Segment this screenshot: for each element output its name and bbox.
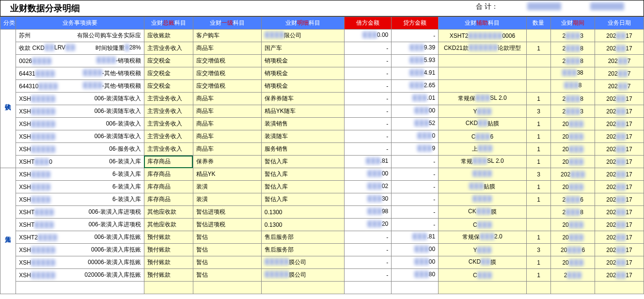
table-row[interactable]: XSH006-装潢收入主营业务收入商品车装潢销售-52CKD贴膜12020217 xyxy=(0,118,644,130)
cell[interactable]: 20217 xyxy=(595,30,644,42)
cell[interactable]: 9.39 xyxy=(392,42,439,55)
summary-cell[interactable]: XSHT006-装潢入库 xyxy=(16,156,144,168)
summary-cell[interactable]: 苏州有限公司购车业务实际应 xyxy=(16,30,144,42)
cell[interactable]: 应交税金 xyxy=(144,80,193,93)
ledger-table[interactable]: 分类 类型 业务事项摘要 业财总账科目 业财一级科目 业财明细科目 借方金额 贷… xyxy=(0,16,644,294)
cell[interactable] xyxy=(193,282,261,294)
group-label[interactable]: 暂估入库 xyxy=(0,168,16,294)
summary-cell[interactable]: 0026-销项税额 xyxy=(16,55,144,67)
table-row[interactable] xyxy=(0,282,644,294)
cell[interactable]: 暂估 xyxy=(193,231,261,244)
cell[interactable]: 28 xyxy=(551,55,595,67)
cell[interactable]: CKD21款论款理型 xyxy=(439,42,527,55)
cell[interactable]: 暂估 xyxy=(193,244,261,256)
cell[interactable]: 销项税金 xyxy=(261,67,345,80)
summary-cell[interactable]: 64431-其他-销项税额 xyxy=(16,67,144,80)
cell[interactable]: - xyxy=(345,67,392,80)
summary-cell[interactable]: XSHT2006-装潢入库抵账 xyxy=(16,231,144,244)
cell[interactable]: 应交税金 xyxy=(144,55,193,67)
table-row[interactable]: 暂估入库XSH6-装潢入库库存商品精品YK暂估入库00-320220217 xyxy=(0,168,644,181)
cell[interactable]: 常规SL 2.0 xyxy=(439,156,527,168)
cell[interactable]: .81 xyxy=(345,156,392,168)
table-row[interactable]: XSH6-装潢入库库存商品装潢暂估入库02-贴膜12020217 xyxy=(0,181,644,193)
cell[interactable]: 20 xyxy=(551,256,595,269)
table-row[interactable]: XSH06-服务收入主营业务收入商品车服务销售-9上12020217 xyxy=(0,143,644,156)
cell[interactable]: 20217 xyxy=(595,156,644,168)
cell[interactable]: CKD贴膜 xyxy=(439,118,527,130)
cell[interactable]: 20217 xyxy=(595,93,644,105)
cell[interactable]: 主营业务收入 xyxy=(144,130,193,143)
cell[interactable]: 20 xyxy=(345,219,392,231)
cell[interactable]: 20 xyxy=(551,219,595,231)
cell[interactable]: 库存商品 xyxy=(144,168,193,181)
cell[interactable] xyxy=(392,282,439,294)
cell[interactable]: 206 xyxy=(551,244,595,256)
cell[interactable]: 1 xyxy=(526,181,550,193)
cell[interactable]: 00 xyxy=(392,256,439,269)
cell[interactable]: C6 xyxy=(439,130,527,143)
summary-cell[interactable]: XSH6-装潢入库 xyxy=(16,181,144,193)
cell[interactable]: 预付账款 xyxy=(144,244,193,256)
cell[interactable] xyxy=(439,168,527,181)
cell[interactable]: 商品车 xyxy=(193,130,261,143)
col-detail[interactable]: 业财明细科目 xyxy=(261,17,345,30)
cell[interactable] xyxy=(595,282,644,294)
summary-cell[interactable]: XSH6-装潢入库 xyxy=(16,168,144,181)
cell[interactable]: 销项税金 xyxy=(261,80,345,93)
table-row[interactable]: 收款 CKD LRV时间较隆重 28%主营业务收入商品车国产车-9.39CKD2… xyxy=(0,42,644,55)
cell[interactable]: C xyxy=(439,269,527,282)
cell[interactable]: - xyxy=(345,118,392,130)
cell[interactable]: 1 xyxy=(526,143,550,156)
cell[interactable]: - xyxy=(345,269,392,282)
col-category[interactable]: 分类 类型 xyxy=(0,17,16,30)
table-row[interactable]: XSHT006-装潢入库库存商品保养券暂估入库.81-常规SL 2.012020… xyxy=(0,156,644,168)
summary-cell[interactable]: XSH06-服务收入 xyxy=(16,143,144,156)
cell[interactable] xyxy=(526,282,550,294)
cell[interactable]: - xyxy=(345,143,392,156)
cell[interactable]: 5.93 xyxy=(392,55,439,67)
cell[interactable]: 23 xyxy=(551,105,595,118)
cell[interactable]: - xyxy=(345,42,392,55)
cell[interactable]: 20217 xyxy=(595,181,644,193)
cell[interactable]: 主营业务收入 xyxy=(144,105,193,118)
cell[interactable] xyxy=(526,30,550,42)
cell[interactable]: 1 xyxy=(526,269,550,282)
cell[interactable]: 23 xyxy=(551,30,595,42)
cell[interactable]: 保养券 xyxy=(193,156,261,168)
cell[interactable]: - xyxy=(392,168,439,181)
col-qty[interactable]: 数量 xyxy=(526,17,550,30)
cell[interactable]: .81 xyxy=(392,231,439,244)
cell[interactable]: 暂估入库 xyxy=(261,181,345,193)
col-summary[interactable]: 业务事项摘要 xyxy=(16,17,144,30)
cell[interactable]: CKD膜 xyxy=(439,256,527,269)
cell[interactable]: - xyxy=(392,219,439,231)
cell[interactable]: 0.1300 xyxy=(261,206,345,219)
cell[interactable]: 预付账款 xyxy=(144,269,193,282)
col-debit[interactable]: 借方金额 xyxy=(345,17,392,30)
cell[interactable]: 应交税金 xyxy=(144,67,193,80)
cell[interactable]: 1 xyxy=(526,231,550,244)
cell[interactable]: C xyxy=(439,219,527,231)
cell[interactable]: 20217 xyxy=(595,42,644,55)
cell[interactable]: 80 xyxy=(392,269,439,282)
summary-cell[interactable]: XSHT006-装潢入库进项税 xyxy=(16,219,144,231)
cell[interactable]: 服务销售 xyxy=(261,143,345,156)
cell[interactable]: 3 xyxy=(526,244,550,256)
cell[interactable]: 4.91 xyxy=(392,67,439,80)
cell[interactable]: 2.65 xyxy=(392,80,439,93)
cell[interactable]: 20217 xyxy=(595,256,644,269)
cell[interactable]: 2027 xyxy=(595,80,644,93)
cell[interactable]: 上 xyxy=(439,143,527,156)
cell[interactable]: 20217 xyxy=(595,219,644,231)
cell[interactable]: 常规保 2.0 xyxy=(439,231,527,244)
table-row[interactable]: 64431-其他-销项税额应交税金应交增值税销项税金-4.91382027 xyxy=(0,67,644,80)
summary-cell[interactable]: XSH0006-装潢入库抵账 xyxy=(16,244,144,256)
cell[interactable]: 02 xyxy=(345,181,392,193)
cell[interactable] xyxy=(526,55,550,67)
cell[interactable]: 20217 xyxy=(595,231,644,244)
table-row[interactable]: XSH0006-装潢入库抵账预付账款暂估售后服务部-00Y320620217 xyxy=(0,244,644,256)
cell[interactable]: - xyxy=(345,244,392,256)
cell[interactable]: 暂估进项税 xyxy=(193,206,261,219)
cell[interactable]: 28 xyxy=(551,93,595,105)
cell[interactable]: 2 xyxy=(551,269,595,282)
